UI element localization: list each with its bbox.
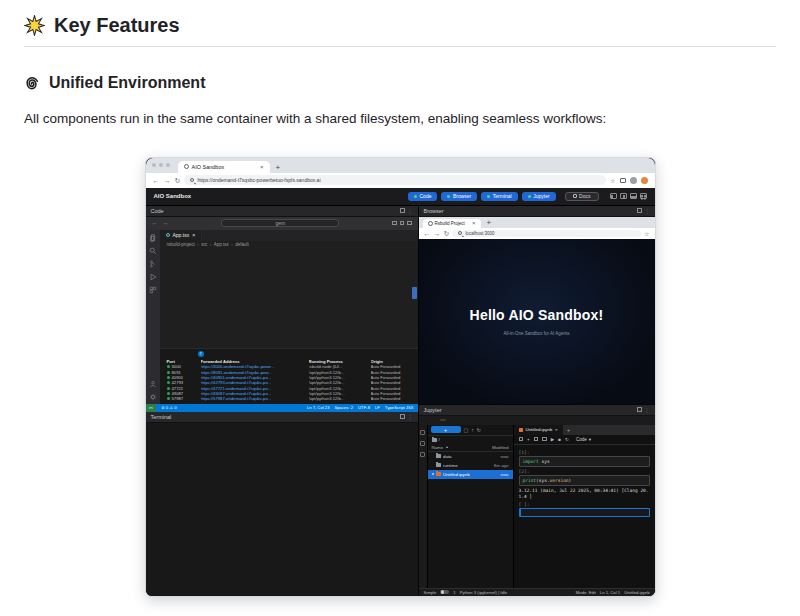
- app-nav-button[interactable]: Jupyter: [522, 192, 556, 201]
- expand-icon[interactable]: [400, 208, 405, 213]
- refresh-icon[interactable]: ↻: [477, 427, 481, 433]
- preview-back-icon[interactable]: ←: [424, 230, 431, 237]
- port-row[interactable]: 40901 https://40901-ondemand-t7sqsbc-po.…: [167, 375, 411, 380]
- more-icon[interactable]: ⋮: [408, 208, 413, 214]
- layout-left-icon[interactable]: [610, 193, 617, 199]
- window-controls[interactable]: [152, 158, 170, 173]
- app-nav-button[interactable]: Browser: [441, 192, 477, 201]
- source-control-icon[interactable]: [149, 260, 157, 268]
- remote-indicator[interactable]: ><: [146, 404, 157, 412]
- search-icon[interactable]: [149, 247, 157, 255]
- layout-right-icon[interactable]: [620, 193, 627, 199]
- breadcrumb-item[interactable]: src: [195, 242, 208, 247]
- name-column-header[interactable]: Name: [432, 445, 444, 450]
- more-icon[interactable]: ⋮: [408, 414, 413, 420]
- layout-bottom-icon[interactable]: [630, 193, 637, 199]
- forwarded-address-link[interactable]: https://49087-ondemand-t7sqsbc-po...: [201, 391, 309, 396]
- notebook-new-tab-icon[interactable]: +: [563, 425, 575, 435]
- editor-tab-apptsx[interactable]: App.tsx ×: [160, 230, 203, 241]
- status-item[interactable]: LF: [375, 405, 380, 410]
- status-item[interactable]: TypeScript JSX: [385, 405, 414, 410]
- port-row[interactable]: 42793 https://42793-ondemand-t7sqsbc-po.…: [167, 380, 411, 385]
- status-item[interactable]: Ln 7, Col 23: [307, 405, 330, 410]
- back-icon[interactable]: ←: [153, 177, 160, 184]
- file-browser-tab-icon[interactable]: [420, 430, 425, 435]
- bookmark-star-icon[interactable]: ☆: [610, 177, 615, 184]
- notebook-tab-close-icon[interactable]: ×: [555, 427, 558, 432]
- browser-tab[interactable]: AIO Sandbox ×: [178, 161, 270, 173]
- forwarded-address-link[interactable]: https://40901-ondemand-t7sqsbc-po...: [201, 375, 309, 380]
- copy-icon[interactable]: [542, 437, 547, 442]
- tab-close-icon[interactable]: ×: [260, 164, 264, 170]
- file-row[interactable]: data now: [428, 452, 513, 461]
- status-item[interactable]: UTF-8: [358, 405, 370, 410]
- account-icon[interactable]: [149, 380, 157, 388]
- new-launcher-button[interactable]: +: [431, 426, 461, 433]
- restart-kernel-icon[interactable]: ↻: [565, 437, 569, 442]
- kernel-status[interactable]: Python 3 (ipykernel) | Idle: [460, 590, 507, 595]
- active-empty-cell[interactable]: [519, 508, 650, 517]
- preview-reload-icon[interactable]: ↻: [444, 230, 450, 237]
- modified-column-header[interactable]: Modified: [492, 445, 509, 450]
- new-folder-icon[interactable]: ▢: [464, 427, 469, 433]
- side-panel-icon[interactable]: [620, 178, 626, 183]
- app-nav-button[interactable]: Code: [408, 192, 437, 201]
- code-editor[interactable]: [160, 249, 418, 348]
- app-nav-button[interactable]: Terminal: [481, 192, 517, 201]
- upload-icon[interactable]: ↑: [471, 427, 474, 433]
- new-tab-button[interactable]: +: [276, 163, 281, 173]
- command-center-search[interactable]: gem: [221, 219, 339, 227]
- file-row[interactable]: runtime 8m ago: [428, 461, 513, 470]
- preview-new-tab-button[interactable]: +: [487, 218, 492, 228]
- forwarded-address-link[interactable]: https://8091-ondemand-t7sqsbc-pow...: [201, 370, 309, 375]
- port-row[interactable]: 49087 https://49087-ondemand-t7sqsbc-po.…: [167, 391, 411, 396]
- reload-icon[interactable]: ↻: [175, 177, 181, 184]
- expand-icon[interactable]: [637, 407, 642, 412]
- simple-mode-toggle[interactable]: [440, 590, 449, 595]
- problems-status[interactable]: ⊘ 0 ⚠ 0: [161, 405, 176, 410]
- profile-avatar[interactable]: [630, 177, 637, 184]
- forwarded-address-link[interactable]: https://57987-ondemand-t7sqsbc-po...: [201, 396, 309, 401]
- run-debug-icon[interactable]: [149, 273, 157, 281]
- forwarded-address-link[interactable]: https://47721-ondemand-t7sqsbc-po...: [201, 386, 309, 391]
- stop-kernel-icon[interactable]: ■: [558, 437, 561, 442]
- port-row[interactable]: 47721 https://47721-ondemand-t7sqsbc-po.…: [167, 386, 411, 391]
- forwarded-address-link[interactable]: https://42793-ondemand-t7sqsbc-po...: [201, 380, 309, 385]
- port-row[interactable]: 57987 https://57987-ondemand-t7sqsbc-po.…: [167, 396, 411, 401]
- terminal-output[interactable]: [146, 423, 418, 596]
- tab-close-icon[interactable]: ×: [192, 232, 195, 238]
- run-cell-icon[interactable]: ▶: [551, 437, 555, 442]
- editor-scrollbar-thumb[interactable]: [412, 287, 417, 299]
- cell-type-dropdown[interactable]: Code ▾: [576, 437, 591, 442]
- breadcrumb-item[interactable]: default: [229, 242, 249, 247]
- preview-forward-icon[interactable]: →: [434, 230, 441, 237]
- nav-forward-icon[interactable]: →: [163, 220, 169, 226]
- port-row[interactable]: 8091 https://8091-ondemand-t7sqsbc-pow..…: [167, 369, 411, 374]
- cursor-position-status[interactable]: Ln 1, Col 1: [600, 590, 620, 595]
- port-row[interactable]: 3000 https://3000-ondemand-t7sqsbc-powe.…: [167, 364, 411, 369]
- code-cell[interactable]: print(sys.version): [519, 475, 650, 486]
- toggle-sidebar-icon[interactable]: [400, 221, 405, 226]
- save-icon[interactable]: [519, 437, 524, 442]
- code-cell[interactable]: import sys: [519, 456, 650, 467]
- more-icon[interactable]: ⋮: [645, 208, 650, 214]
- add-cell-icon[interactable]: +: [527, 437, 530, 442]
- breadcrumb-item[interactable]: App.tsx: [207, 242, 229, 247]
- breadcrumb[interactable]: rsbuild-projectsrcApp.tsxdefault: [160, 241, 418, 249]
- preview-bookmark-icon[interactable]: ☆: [644, 230, 649, 237]
- status-item[interactable]: Spaces: 2: [334, 405, 353, 410]
- forwarded-address-link[interactable]: https://3000-ondemand-t7sqsbc-powe...: [201, 364, 309, 369]
- cut-icon[interactable]: [534, 437, 539, 442]
- toggle-layout-icon[interactable]: [407, 221, 412, 226]
- nav-back-icon[interactable]: ←: [152, 220, 158, 226]
- address-bar[interactable]: https://ondemand-t7sqsbc-powerbetuo-fspf…: [184, 175, 606, 185]
- running-kernels-tab-icon[interactable]: [420, 441, 425, 446]
- toggle-panel-icon[interactable]: [392, 221, 397, 226]
- expand-icon[interactable]: [637, 208, 642, 213]
- explorer-icon[interactable]: [149, 234, 157, 242]
- docs-button[interactable]: Docs: [565, 192, 599, 201]
- preview-tab[interactable]: Rsbuild Project ×: [423, 219, 481, 228]
- breadcrumb-item[interactable]: rsbuild-project: [167, 242, 195, 247]
- more-icon[interactable]: ⋮: [645, 407, 650, 413]
- preview-tab-close-icon[interactable]: ×: [472, 220, 476, 226]
